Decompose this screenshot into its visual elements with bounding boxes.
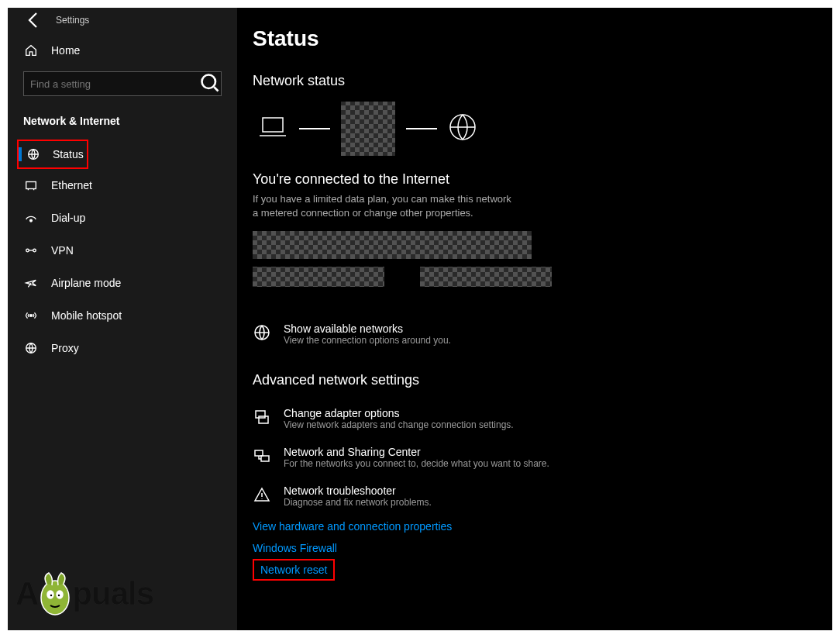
nav-item-airplane[interactable]: Airplane mode: [8, 267, 237, 299]
nav-label: Airplane mode: [51, 277, 121, 289]
advanced-heading: Advanced network settings: [253, 372, 817, 388]
svg-rect-14: [261, 456, 269, 461]
laptop-icon: [257, 116, 288, 142]
connected-description: If you have a limited data plan, you can…: [253, 192, 516, 220]
windows-firewall-link[interactable]: Windows Firewall: [253, 537, 337, 559]
proxy-icon: [23, 341, 39, 355]
search-icon: [199, 72, 221, 96]
status-icon: [26, 147, 40, 161]
change-adapter-options[interactable]: Change adapter options View network adap…: [253, 399, 817, 438]
network-troubleshooter[interactable]: Network troubleshooter Diagnose and fix …: [253, 477, 817, 516]
header-row: Settings: [8, 8, 237, 36]
page-title: Status: [253, 26, 817, 51]
option-title: Change adapter options: [284, 407, 514, 419]
nav-item-hotspot[interactable]: Mobile hotspot: [8, 299, 237, 332]
sharing-icon: [253, 446, 271, 464]
svg-rect-2: [26, 182, 36, 189]
back-icon[interactable]: [25, 11, 43, 29]
diagram-line: [299, 128, 330, 129]
home-label: Home: [51, 44, 80, 57]
globe-icon: [253, 322, 271, 341]
ethernet-icon: [23, 178, 39, 192]
connected-heading: You're connected to the Internet: [253, 171, 817, 188]
home-icon: [23, 43, 39, 57]
option-title: Network and Sharing Center: [284, 446, 549, 458]
network-status-heading: Network status: [253, 73, 817, 89]
airplane-icon: [23, 276, 39, 290]
svg-rect-8: [263, 118, 283, 132]
app-title: Settings: [56, 15, 89, 26]
hotspot-icon: [23, 309, 39, 322]
hardware-properties-link[interactable]: View hardware and connection properties: [253, 516, 452, 537]
option-subtitle: View the connection options around you.: [284, 335, 451, 346]
nav-label: Ethernet: [51, 179, 92, 191]
section-title: Network & Internet: [8, 109, 237, 140]
diagram-line: [406, 128, 437, 129]
network-reset-link[interactable]: Network reset: [253, 559, 335, 581]
option-subtitle: Diagnose and fix network problems.: [284, 497, 432, 508]
nav-label: Proxy: [51, 342, 79, 354]
sidebar: Settings Home Network & Internet Status: [8, 8, 237, 630]
network-diagram: [253, 102, 817, 156]
redacted-device: [341, 102, 395, 156]
redacted-row: [253, 267, 817, 295]
search-field[interactable]: [24, 78, 199, 90]
svg-point-4: [26, 249, 29, 252]
option-title: Show available networks: [284, 322, 451, 335]
svg-point-3: [30, 219, 33, 222]
svg-rect-13: [255, 450, 263, 456]
redacted-block: [253, 267, 384, 287]
option-subtitle: View network adapters and change connect…: [284, 419, 514, 430]
vpn-icon: [23, 243, 39, 257]
search-input[interactable]: [23, 71, 222, 96]
nav-item-status[interactable]: Status: [17, 140, 88, 169]
nav-item-ethernet[interactable]: Ethernet: [8, 169, 237, 202]
redacted-network-info: [253, 231, 532, 259]
option-subtitle: For the networks you connect to, decide …: [284, 458, 549, 469]
adapter-icon: [253, 407, 271, 426]
nav-item-dialup[interactable]: Dial-up: [8, 202, 237, 234]
nav-label: Mobile hotspot: [51, 309, 122, 322]
svg-point-5: [33, 249, 36, 252]
nav-label: Dial-up: [51, 212, 85, 224]
network-sharing-center[interactable]: Network and Sharing Center For the netwo…: [253, 438, 817, 477]
svg-point-0: [202, 74, 216, 88]
show-available-networks[interactable]: Show available networks View the connect…: [253, 315, 817, 353]
option-title: Network troubleshooter: [284, 485, 432, 497]
redacted-block: [420, 267, 552, 287]
nav-item-vpn[interactable]: VPN: [8, 234, 237, 267]
home-button[interactable]: Home: [8, 36, 237, 65]
nav-item-proxy[interactable]: Proxy: [8, 332, 237, 364]
svg-point-6: [30, 315, 33, 317]
dialup-icon: [23, 211, 39, 225]
nav-label: Status: [53, 148, 84, 160]
nav-label: VPN: [51, 244, 74, 257]
globe-icon: [448, 112, 477, 145]
troubleshooter-icon: [253, 485, 271, 503]
main-content: Status Network status You're connected t…: [237, 8, 832, 630]
